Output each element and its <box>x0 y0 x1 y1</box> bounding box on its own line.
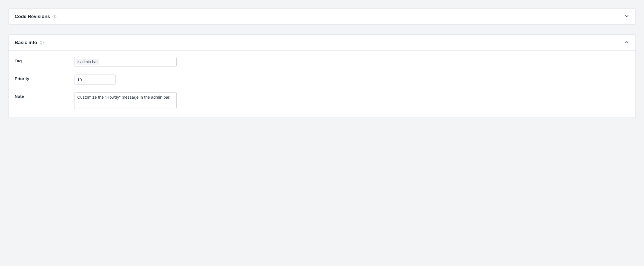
chevron-down-icon <box>624 14 629 19</box>
tag-label: Tag <box>15 57 74 63</box>
tag-chip: × admin-bar <box>76 59 99 65</box>
note-label: Note <box>15 92 74 99</box>
priority-label: Priority <box>15 75 74 81</box>
help-icon[interactable] <box>39 40 44 45</box>
code-revisions-title: Code Revisions <box>15 14 50 19</box>
panel-header-left: Basic info <box>15 40 44 45</box>
code-revisions-header[interactable]: Code Revisions <box>9 9 635 24</box>
tag-field-row: Tag × admin-bar <box>15 57 629 67</box>
basic-info-panel: Basic info Tag × admin-bar <box>8 34 636 118</box>
tag-chip-label: admin-bar <box>80 60 98 64</box>
code-revisions-panel: Code Revisions <box>8 8 636 25</box>
svg-point-3 <box>42 43 42 44</box>
priority-input[interactable] <box>74 75 116 85</box>
priority-control <box>74 75 116 85</box>
help-icon[interactable] <box>52 14 57 19</box>
priority-field-row: Priority <box>15 75 629 85</box>
panel-header-left: Code Revisions <box>15 14 57 19</box>
note-control <box>74 92 177 110</box>
note-textarea[interactable] <box>74 92 177 109</box>
svg-point-1 <box>54 17 55 17</box>
tag-control: × admin-bar <box>74 57 177 67</box>
basic-info-title: Basic info <box>15 40 37 45</box>
chevron-up-icon <box>624 40 629 45</box>
basic-info-body: Tag × admin-bar Priority Note <box>9 50 635 117</box>
tag-input[interactable]: × admin-bar <box>74 57 177 67</box>
basic-info-header[interactable]: Basic info <box>9 35 635 50</box>
tag-remove-icon[interactable]: × <box>77 60 79 63</box>
note-field-row: Note <box>15 92 629 110</box>
